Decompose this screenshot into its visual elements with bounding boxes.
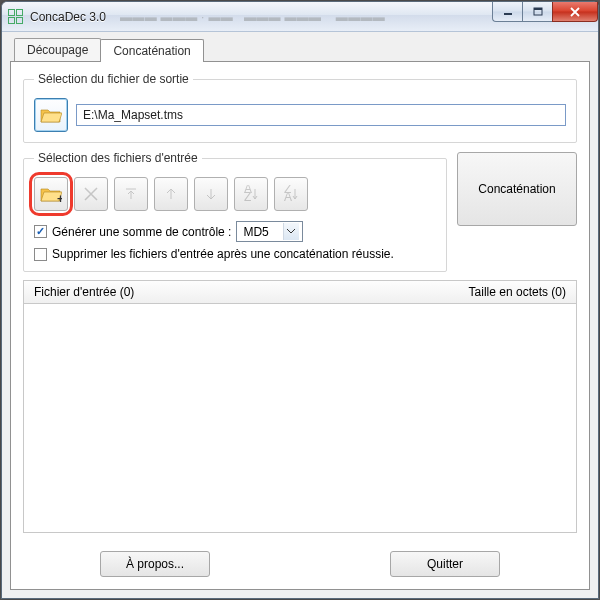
minimize-button[interactable] xyxy=(492,2,522,22)
folder-icon xyxy=(40,106,62,124)
arrow-up-icon xyxy=(162,185,180,203)
move-down-button[interactable] xyxy=(194,177,228,211)
tab-decoupage[interactable]: Découpage xyxy=(14,38,101,61)
input-legend: Sélection des fichiers d'entrée xyxy=(34,151,202,165)
chevron-down-icon xyxy=(283,223,299,240)
delete-after-label: Supprimer les fichiers d'entrée après un… xyxy=(52,247,394,261)
output-legend: Sélection du fichier de sortie xyxy=(34,72,193,86)
quit-button[interactable]: Quitter xyxy=(390,551,500,577)
tab-page-concatenation: Sélection du fichier de sortie E:\Ma_Map… xyxy=(10,61,590,590)
tab-bar: Découpage Concaténation xyxy=(10,38,590,61)
output-path-field[interactable]: E:\Ma_Mapset.tms xyxy=(76,104,566,126)
svg-text:A: A xyxy=(284,190,292,203)
sort-asc-button[interactable]: AZ xyxy=(234,177,268,211)
move-top-button[interactable] xyxy=(114,177,148,211)
add-files-button[interactable]: + xyxy=(34,177,68,211)
svg-text:+: + xyxy=(57,192,62,203)
remove-icon xyxy=(82,185,100,203)
file-list-header: Fichier d'entrée (0) Taille en octets (0… xyxy=(23,280,577,304)
titlebar-blur: ▬▬▬ ▬▬▬ · ▬▬ ▬▬▬ ▬▬▬ ▬▬▬▬ xyxy=(120,10,385,24)
checksum-select[interactable]: MD5 xyxy=(236,221,302,242)
input-files-group: Sélection des fichiers d'entrée 5 + AZ Z… xyxy=(23,151,447,272)
output-file-group: Sélection du fichier de sortie E:\Ma_Map… xyxy=(23,72,577,143)
move-up-button[interactable] xyxy=(154,177,188,211)
sort-desc-button[interactable]: ZA xyxy=(274,177,308,211)
app-window: ConcaDec 3.0 ▬▬▬ ▬▬▬ · ▬▬ ▬▬▬ ▬▬▬ ▬▬▬▬ D… xyxy=(1,1,599,599)
browse-output-button[interactable] xyxy=(34,98,68,132)
sort-asc-icon: AZ xyxy=(242,185,260,203)
titlebar[interactable]: ConcaDec 3.0 ▬▬▬ ▬▬▬ · ▬▬ ▬▬▬ ▬▬▬ ▬▬▬▬ xyxy=(2,2,598,32)
remove-file-button[interactable] xyxy=(74,177,108,211)
sort-desc-icon: ZA xyxy=(282,185,300,203)
move-top-icon xyxy=(122,185,140,203)
maximize-button[interactable] xyxy=(522,2,552,22)
svg-rect-2 xyxy=(534,8,542,10)
concatenate-button[interactable]: Concaténation xyxy=(457,152,577,226)
window-title: ConcaDec 3.0 xyxy=(30,10,106,24)
col-file-header[interactable]: Fichier d'entrée (0) xyxy=(34,285,134,299)
checksum-checkbox[interactable] xyxy=(34,225,47,238)
app-icon xyxy=(8,9,24,25)
folder-add-icon: + xyxy=(40,185,62,203)
delete-after-checkbox[interactable] xyxy=(34,248,47,261)
tab-concatenation[interactable]: Concaténation xyxy=(100,39,203,62)
about-button[interactable]: À propos... xyxy=(100,551,210,577)
close-button[interactable] xyxy=(552,2,598,22)
svg-text:Z: Z xyxy=(244,190,251,203)
file-list-body[interactable] xyxy=(23,304,577,533)
arrow-down-icon xyxy=(202,185,220,203)
svg-rect-0 xyxy=(504,13,512,15)
checksum-value: MD5 xyxy=(243,225,268,239)
col-size-header[interactable]: Taille en octets (0) xyxy=(469,285,566,299)
checksum-label: Générer une somme de contrôle : xyxy=(52,225,231,239)
